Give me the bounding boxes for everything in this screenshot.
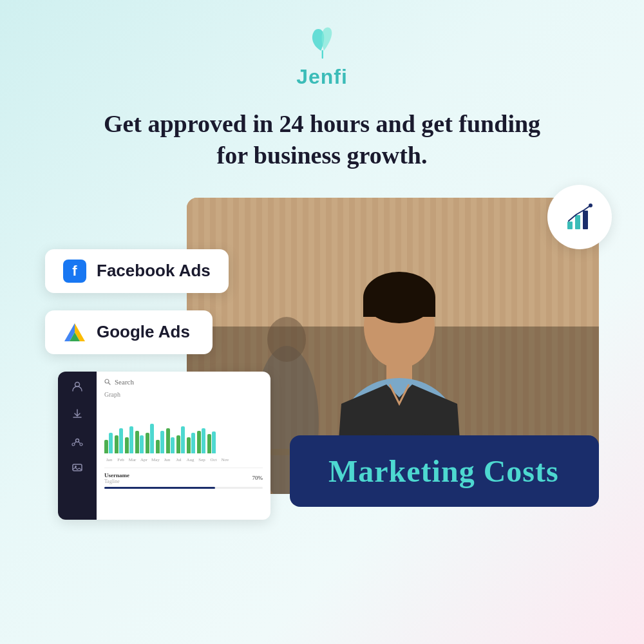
facebook-icon: f (63, 260, 86, 283)
tagline-label: Tagline (104, 478, 129, 484)
sidebar-icon-profile (71, 381, 83, 395)
chart-bar-group (146, 424, 154, 453)
logo-icon (303, 26, 341, 61)
svg-point-25 (72, 443, 75, 446)
svg-point-13 (267, 317, 306, 362)
svg-rect-16 (575, 215, 580, 229)
logo-section: Jenfi (296, 26, 348, 89)
sidebar-icon-image (71, 462, 83, 476)
dashboard-main: Search Graph JanFebMarAprMayJunJulAugSep… (97, 372, 270, 520)
svg-point-30 (75, 466, 77, 468)
dashboard-widget: Search Graph JanFebMarAprMayJunJulAugSep… (58, 372, 270, 520)
chart-bar-group (156, 431, 164, 453)
main-content: f Facebook Ads Google Ads Mark (45, 198, 599, 520)
svg-point-18 (589, 204, 592, 207)
percent-label: 70% (252, 475, 263, 481)
chart-bar-group (135, 431, 144, 453)
facebook-ads-badge: f Facebook Ads (45, 249, 229, 293)
svg-point-26 (80, 443, 82, 446)
chart-month-label: Feb (116, 457, 126, 462)
chart-bar-group (187, 433, 195, 453)
chart-month-label: May (151, 457, 160, 462)
chart-month-label: Jan (104, 457, 114, 462)
chart-bar-group (197, 428, 205, 453)
chart-labels: JanFebMarAprMayJunJulAugSepOctNov (104, 457, 263, 462)
brand-name: Jenfi (296, 65, 348, 89)
chart-bar-group (115, 428, 123, 453)
headline: Get approved in 24 hours and get funding… (97, 108, 547, 172)
chart-month-label: Jul (174, 457, 184, 462)
sidebar-icon-nodes (71, 435, 83, 449)
chart-bar-group (207, 431, 216, 453)
chart-month-label: Sep (197, 457, 207, 462)
svg-line-28 (79, 442, 80, 444)
svg-point-24 (76, 439, 79, 442)
chart-area (104, 402, 263, 453)
chart-bar-group (166, 428, 175, 453)
chart-bar-group (176, 426, 185, 453)
chart-bar-group (125, 426, 133, 453)
dashboard-sidebar (58, 372, 97, 520)
chart-month-label: Apr (139, 457, 149, 462)
svg-line-32 (109, 383, 111, 384)
google-ads-badge: Google Ads (45, 310, 213, 354)
search-label: Search (115, 378, 134, 386)
chart-bar-group (104, 433, 113, 453)
username-label: Username (104, 472, 129, 478)
sidebar-icon-download (71, 408, 83, 422)
page-container: Jenfi Get approved in 24 hours and get f… (0, 0, 644, 644)
graph-label: Graph (104, 391, 263, 398)
progress-bar-fill (104, 487, 215, 489)
progress-bar-container (104, 487, 263, 489)
marketing-costs-banner: Marketing Costs (290, 435, 599, 507)
svg-line-27 (75, 442, 77, 444)
chart-month-label: Mar (128, 457, 137, 462)
facebook-ads-label: Facebook Ads (97, 261, 211, 281)
google-ads-label: Google Ads (97, 322, 190, 342)
svg-rect-15 (567, 222, 573, 229)
svg-rect-9 (363, 298, 435, 317)
google-ads-icon (63, 321, 86, 344)
chart-month-label: Jun (162, 457, 172, 462)
marketing-costs-label: Marketing Costs (328, 454, 559, 488)
chart-month-label: Oct (209, 457, 218, 462)
chart-month-label: Nov (220, 457, 230, 462)
dashboard-footer: Username Tagline 70% (104, 468, 263, 489)
svg-rect-17 (583, 211, 588, 229)
chart-month-label: Aug (185, 457, 195, 462)
dashboard-search: Search (104, 378, 263, 386)
stats-circle-icon (547, 185, 612, 249)
